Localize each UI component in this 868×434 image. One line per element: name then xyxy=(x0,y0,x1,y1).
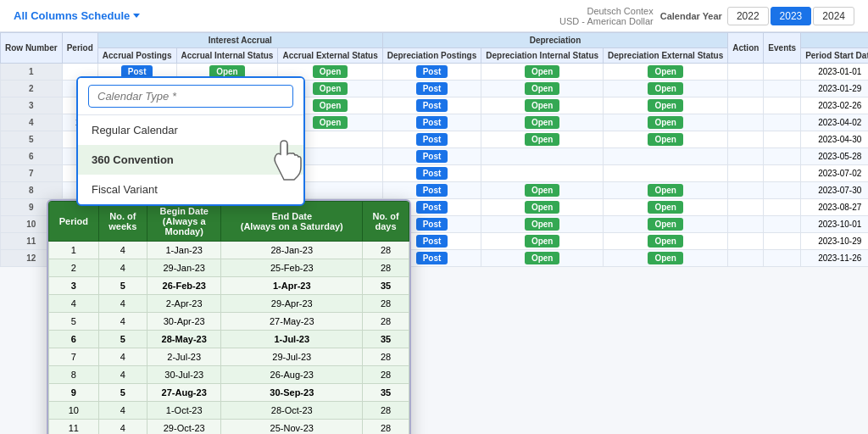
dropdown-header xyxy=(78,78,303,115)
col-dep-internal: Depreciation Internal Status xyxy=(481,48,604,64)
open-button[interactable]: Open xyxy=(313,99,348,112)
post-button[interactable]: Post xyxy=(416,99,448,112)
dropdown-item-regular[interactable]: Regular Calendar xyxy=(78,115,303,145)
list-item: 6528-May-231-Jul-2335 xyxy=(49,331,409,348)
col-reporting: Reporting xyxy=(801,33,868,48)
open-button[interactable]: Open xyxy=(313,65,348,78)
year-tab-2022[interactable]: 2022 xyxy=(727,7,769,25)
list-item: 1041-Oct-2328-Oct-2328 xyxy=(49,402,409,420)
dropdown-item-360[interactable]: 360 Convention xyxy=(78,145,303,175)
open-button[interactable]: Open xyxy=(525,99,560,112)
post-button[interactable]: Post xyxy=(416,218,448,231)
open-button[interactable]: Open xyxy=(313,116,348,129)
col-accrual-internal: Accrual Internal Status xyxy=(176,48,278,64)
open-button[interactable]: Open xyxy=(648,82,683,95)
open-button[interactable]: Open xyxy=(525,201,560,214)
open-button[interactable]: Open xyxy=(648,116,683,129)
open-button[interactable]: Open xyxy=(313,82,348,95)
col-interest-accrual: Interest Accrual xyxy=(97,33,382,48)
col-dep-external: Depreciation External Status xyxy=(604,48,728,64)
open-button[interactable]: Open xyxy=(525,65,560,78)
cal-col-period: Period xyxy=(49,202,99,242)
list-item: 3526-Feb-231-Apr-2335 xyxy=(49,277,409,295)
post-button[interactable]: Post xyxy=(416,201,448,214)
currency-sub: USD - American Dollar xyxy=(559,16,654,26)
open-button[interactable]: Open xyxy=(525,184,560,197)
post-button[interactable]: Post xyxy=(416,116,448,129)
list-item: 742-Jul-2329-Jul-2328 xyxy=(49,348,409,366)
open-button[interactable]: Open xyxy=(648,218,683,231)
post-button[interactable]: Post xyxy=(416,167,448,180)
toolbar: All Columns Schedule Deutsch Contex USD … xyxy=(0,0,868,32)
dropdown-items: Regular Calendar360 ConventionFiscal Var… xyxy=(78,115,303,204)
calendar-table: Period No. ofweeks Begin Date(Always aMo… xyxy=(48,201,409,434)
list-item: 442-Apr-2329-Apr-2328 xyxy=(49,295,409,313)
post-button[interactable]: Post xyxy=(416,65,448,78)
dropdown-item-fiscal[interactable]: Fiscal Variant xyxy=(78,175,303,204)
list-item: 2429-Jan-2325-Feb-2328 xyxy=(49,259,409,277)
list-item: 11429-Oct-2325-Nov-2328 xyxy=(49,420,409,435)
open-button[interactable]: Open xyxy=(525,133,560,146)
post-button[interactable]: Post xyxy=(416,150,448,163)
calendar-type-dropdown[interactable]: Regular Calendar360 ConventionFiscal Var… xyxy=(76,76,305,206)
open-button[interactable]: Open xyxy=(648,99,683,112)
all-columns-label: All Columns Schedule xyxy=(14,9,130,22)
open-button[interactable]: Open xyxy=(648,252,683,264)
cal-col-weeks: No. ofweeks xyxy=(98,202,147,242)
open-button[interactable]: Open xyxy=(525,252,560,264)
calendar-type-input[interactable] xyxy=(88,85,293,108)
col-depreciation: Depreciation xyxy=(382,33,728,48)
post-button[interactable]: Post xyxy=(416,184,448,197)
col-period: Period xyxy=(62,33,97,64)
post-button[interactable]: Post xyxy=(416,235,448,248)
col-accrual-external: Accrual External Status xyxy=(278,48,382,64)
year-tab-2023[interactable]: 2023 xyxy=(771,7,812,25)
currency-label: Deutsch Contex xyxy=(559,6,654,16)
list-item: 9527-Aug-2330-Sep-2335 xyxy=(49,384,409,402)
open-button[interactable]: Open xyxy=(648,235,683,248)
calendar-table-overlay: Period No. ofweeks Begin Date(Always aMo… xyxy=(47,199,411,434)
col-row-number: Row Number xyxy=(1,33,63,64)
all-columns-button[interactable]: All Columns Schedule xyxy=(14,9,140,22)
open-button[interactable]: Open xyxy=(648,184,683,197)
open-button[interactable]: Open xyxy=(525,235,560,248)
year-tabs: Calendar Year 2022 2023 2024 xyxy=(660,7,854,25)
toolbar-right: Deutsch Contex USD - American Dollar Cal… xyxy=(559,6,854,26)
col-period-start: Period Start Date xyxy=(801,48,868,64)
currency-info: Deutsch Contex USD - American Dollar xyxy=(559,6,654,26)
cal-col-days: No. ofdays xyxy=(363,202,409,242)
post-button[interactable]: Post xyxy=(416,133,448,146)
list-item: 5430-Apr-2327-May-2328 xyxy=(49,313,409,331)
post-button[interactable]: Post xyxy=(416,252,448,264)
open-button[interactable]: Open xyxy=(525,116,560,129)
col-accrual-postings: Accrual Postings xyxy=(97,48,176,64)
list-item: 141-Jan-2328-Jan-2328 xyxy=(49,242,409,259)
list-item: 8430-Jul-2326-Aug-2328 xyxy=(49,366,409,384)
cal-col-begin: Begin Date(Always aMonday) xyxy=(147,202,221,242)
col-dep-postings: Depreciation Postings xyxy=(382,48,481,64)
open-button[interactable]: Open xyxy=(525,82,560,95)
chevron-down-icon xyxy=(133,14,140,18)
col-action: Action xyxy=(728,33,764,64)
col-events: Events xyxy=(764,33,801,64)
calendar-year-label: Calendar Year xyxy=(660,11,722,21)
open-button[interactable]: Open xyxy=(648,65,683,78)
cal-col-end: End Date(Always on a Saturday) xyxy=(221,202,363,242)
open-button[interactable]: Open xyxy=(648,133,683,146)
toolbar-left: All Columns Schedule xyxy=(14,9,140,22)
post-button[interactable]: Post xyxy=(416,82,448,95)
open-button[interactable]: Open xyxy=(648,201,683,214)
open-button[interactable]: Open xyxy=(525,218,560,231)
year-tab-2024[interactable]: 2024 xyxy=(813,7,854,25)
